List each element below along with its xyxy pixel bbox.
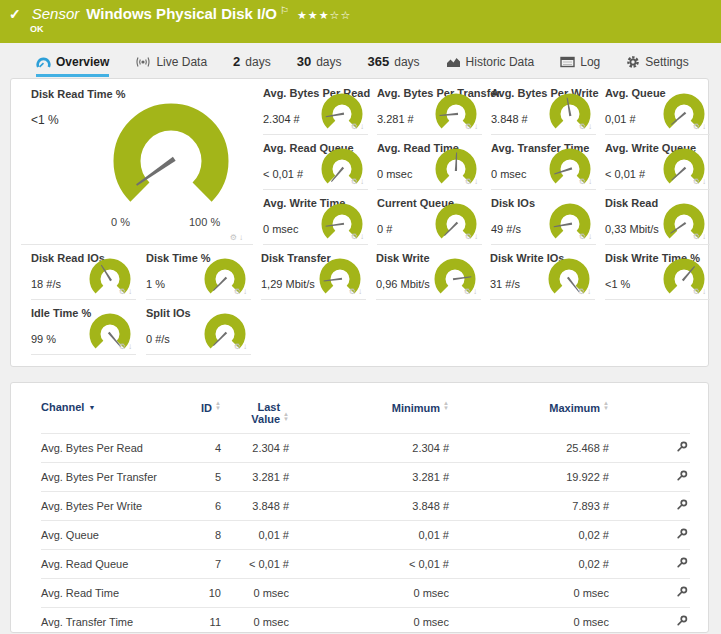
gauge-cell-split-ios[interactable]: Split IOs 0 #/s ⚙↓: [146, 303, 251, 355]
edit-channel-icon[interactable]: [676, 615, 688, 629]
channel-id: 4: [181, 434, 221, 463]
tab-live-data[interactable]: Live Data: [135, 55, 207, 77]
edit-channel-icon[interactable]: [676, 528, 688, 542]
gauge-pin-icon[interactable]: ↓: [702, 232, 708, 241]
gauge-settings-icon[interactable]: ⚙: [693, 232, 702, 241]
gauge-settings-icon[interactable]: ⚙: [119, 287, 128, 296]
tab-log[interactable]: Log: [560, 55, 600, 77]
gauge-cell-disk-ios[interactable]: Disk IOs 49 #/s ⚙↓: [491, 193, 596, 245]
tab-overview[interactable]: Overview: [36, 55, 109, 77]
gauge-cell-current-queue[interactable]: Current Queue 0 # ⚙↓: [377, 193, 482, 245]
gauge-cell-avg-read-time[interactable]: Avg. Read Time 0 msec ⚙↓: [377, 138, 482, 190]
gauge-cell-idle-time-[interactable]: Idle Time % 99 % ⚙↓: [31, 303, 136, 355]
gauge-cell-disk-read[interactable]: Disk Read 0,33 Mbit/s ⚙↓: [605, 193, 710, 245]
tab-historic-data[interactable]: Historic Data: [446, 55, 535, 77]
col-header-id[interactable]: ID▲▼: [181, 395, 221, 434]
tab-settings[interactable]: Settings: [626, 55, 688, 77]
edit-channel-icon[interactable]: [676, 470, 688, 484]
gauge-pin-icon[interactable]: ↓: [473, 287, 479, 296]
gauge-cell-avg-write-time[interactable]: Avg. Write Time 0 msec ⚙↓: [263, 193, 368, 245]
gauge-cell-disk-write-time-[interactable]: Disk Write Time % <1 % ⚙↓: [605, 248, 710, 300]
gauge-settings-icon[interactable]: ⚙: [464, 287, 473, 296]
gauge-cell-disk-transfer[interactable]: Disk Transfer 1,29 Mbit/s ⚙↓: [261, 248, 366, 300]
channel-last-value: 0 msec: [221, 579, 289, 608]
gauge-pin-icon[interactable]: ↓: [128, 287, 134, 296]
priority-stars[interactable]: ★★★☆☆: [297, 9, 351, 22]
channel-minimum: 2.304 #: [289, 434, 449, 463]
edit-channel-icon[interactable]: [676, 441, 688, 455]
gauge-pin-icon[interactable]: ↓: [702, 287, 708, 296]
flag-icon[interactable]: ⚐: [280, 5, 289, 16]
gauge-settings-icon[interactable]: ⚙: [351, 177, 360, 186]
gauge-cell-avg-transfer-time[interactable]: Avg. Transfer Time 0 msec ⚙↓: [491, 138, 596, 190]
main-gauge-cell[interactable]: Disk Read Time % 0 % 100 % <1 % ⚙↓: [21, 83, 253, 245]
gauge-cell-avg-read-queue[interactable]: Avg. Read Queue < 0,01 # ⚙↓: [263, 138, 368, 190]
gauge-pin-icon[interactable]: ↓: [360, 232, 366, 241]
gauge-settings-icon[interactable]: ⚙: [351, 122, 360, 131]
gauge-settings-icon[interactable]: ⚙: [579, 232, 588, 241]
gauge-pin-icon[interactable]: ↓: [474, 232, 480, 241]
edit-channel-icon[interactable]: [676, 557, 688, 571]
gauge-title: Avg. Queue: [605, 87, 666, 99]
gauge-cell-avg-bytes-per-write[interactable]: Avg. Bytes Per Write 3.848 # ⚙↓: [491, 83, 596, 135]
channel-name: Avg. Bytes Per Write: [41, 492, 181, 521]
gauge-settings-icon[interactable]: ⚙: [230, 233, 239, 242]
tab-365-days[interactable]: 365 days: [368, 54, 420, 77]
gauge-settings-icon[interactable]: ⚙: [465, 232, 474, 241]
gauge-settings-icon[interactable]: ⚙: [351, 232, 360, 241]
gauge-pin-icon[interactable]: ↓: [243, 287, 249, 296]
table-row: Avg. Read Queue 7 < 0,01 # < 0,01 # 0,02…: [41, 550, 690, 579]
edit-channel-icon[interactable]: [676, 586, 688, 600]
tab-30-days[interactable]: 30 days: [297, 54, 342, 77]
gauge-pin-icon[interactable]: ↓: [239, 233, 245, 242]
gauge-pin-icon[interactable]: ↓: [474, 122, 480, 131]
gauge-cell-disk-time-[interactable]: Disk Time % 1 % ⚙↓: [146, 248, 251, 300]
gauge-pin-icon[interactable]: ↓: [474, 177, 480, 186]
gauge-settings-icon[interactable]: ⚙: [579, 177, 588, 186]
gauge-settings-icon[interactable]: ⚙: [465, 122, 474, 131]
gauge-pin-icon[interactable]: ↓: [588, 177, 594, 186]
table-row: Avg. Bytes Per Transfer 5 3.281 # 3.281 …: [41, 463, 690, 492]
gauge-settings-icon[interactable]: ⚙: [579, 122, 588, 131]
gauge-pin-icon[interactable]: ↓: [358, 287, 364, 296]
col-header-minimum[interactable]: Minimum▲▼: [289, 395, 449, 434]
gauge-settings-icon[interactable]: ⚙: [693, 287, 702, 296]
gauge-pin-icon[interactable]: ↓: [128, 342, 134, 351]
channel-name: Avg. Queue: [41, 521, 181, 550]
channel-minimum: 0 msec: [289, 608, 449, 634]
gauge-settings-icon[interactable]: ⚙: [119, 342, 128, 351]
col-header-last-value[interactable]: Last Value▲▼: [221, 395, 289, 434]
gauge-cell-disk-write-ios[interactable]: Disk Write IOs 31 #/s ⚙↓: [490, 248, 595, 300]
channel-name: Avg. Bytes Per Read: [41, 434, 181, 463]
gauge-pin-icon[interactable]: ↓: [587, 287, 593, 296]
channel-maximum: 0,02 #: [449, 550, 609, 579]
gauge-pin-icon[interactable]: ↓: [588, 232, 594, 241]
gauge-settings-icon[interactable]: ⚙: [349, 287, 358, 296]
gauge-max-label: 100 %: [189, 216, 220, 228]
gauge-pin-icon[interactable]: ↓: [360, 177, 366, 186]
gauge-pin-icon[interactable]: ↓: [702, 177, 708, 186]
gauge-pin-icon[interactable]: ↓: [588, 122, 594, 131]
gauge-settings-icon[interactable]: ⚙: [693, 177, 702, 186]
gauge-settings-icon[interactable]: ⚙: [234, 287, 243, 296]
gauge-settings-icon[interactable]: ⚙: [693, 122, 702, 131]
col-header-maximum[interactable]: Maximum▲▼: [449, 395, 609, 434]
channel-name: Avg. Transfer Time: [41, 608, 181, 634]
gauge-cell-disk-read-ios[interactable]: Disk Read IOs 18 #/s ⚙↓: [31, 248, 136, 300]
gauge-cell-disk-write[interactable]: Disk Write 0,96 Mbit/s ⚙↓: [376, 248, 481, 300]
gauge-pin-icon[interactable]: ↓: [243, 342, 249, 351]
col-header-channel[interactable]: Channel▼: [41, 395, 181, 434]
gauge-settings-icon[interactable]: ⚙: [465, 177, 474, 186]
gauge-value: 0 #/s: [146, 333, 170, 345]
gauge-cell-avg-bytes-per-transfer[interactable]: Avg. Bytes Per Transfer 3.281 # ⚙↓: [377, 83, 482, 135]
gauge-cell-avg-queue[interactable]: Avg. Queue 0,01 # ⚙↓: [605, 83, 710, 135]
gauge-cell-avg-bytes-per-read[interactable]: Avg. Bytes Per Read 2.304 # ⚙↓: [263, 83, 368, 135]
gauge-settings-icon[interactable]: ⚙: [234, 342, 243, 351]
edit-channel-icon[interactable]: [676, 499, 688, 513]
gauge-pin-icon[interactable]: ↓: [360, 122, 366, 131]
gauge-pin-icon[interactable]: ↓: [702, 122, 708, 131]
gauge-cell-avg-write-queue[interactable]: Avg. Write Queue < 0,01 # ⚙↓: [605, 138, 710, 190]
gauge-settings-icon[interactable]: ⚙: [578, 287, 587, 296]
sensor-header: ✓ Sensor Windows Physical Disk I/O ⚐ ★★★…: [0, 0, 721, 43]
tab-2-days[interactable]: 2 days: [233, 54, 271, 77]
